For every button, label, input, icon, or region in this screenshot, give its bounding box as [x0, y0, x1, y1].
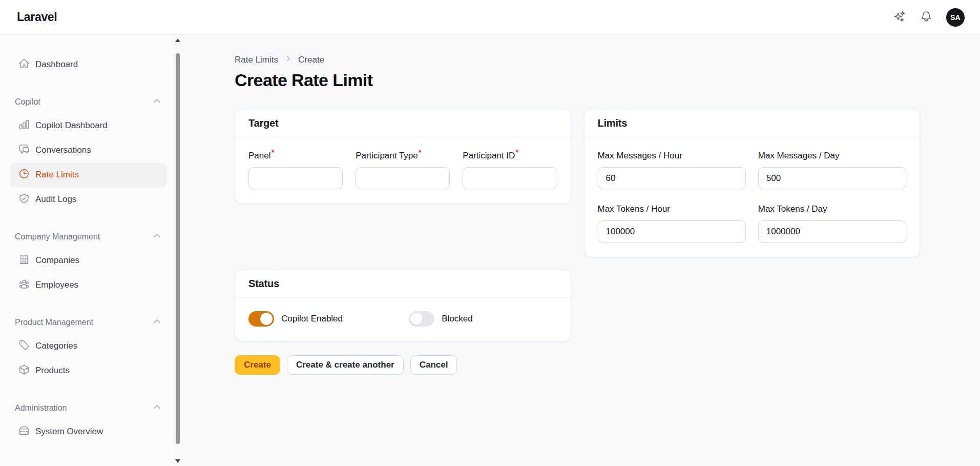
limits-card-header: Limits — [585, 110, 920, 137]
panel-label: Panel* — [248, 151, 343, 161]
sidebar-group-company-management: Company Management Companies Employees — [10, 231, 166, 297]
limits-card-title: Limits — [598, 117, 907, 129]
breadcrumb-create: Create — [298, 55, 324, 65]
chevron-right-icon — [284, 55, 292, 65]
sidebar-item-rate-limits[interactable]: Rate Limits — [10, 163, 166, 187]
max-tokens-hour-input[interactable] — [598, 220, 746, 242]
scrollbar-thumb[interactable] — [176, 53, 180, 444]
sidebar-item-label: Products — [35, 366, 70, 376]
copilot-enabled-label: Copilot Enabled — [281, 314, 343, 324]
limits-card: Limits Max Messages / Hour Max Messages … — [584, 109, 921, 257]
brand-logo[interactable]: Laravel — [17, 10, 57, 24]
app-shell: Dashboard Copilot Copilot Dashboard Conv… — [0, 35, 980, 466]
sidebar-group-copilot: Copilot Copilot Dashboard Conversations … — [10, 96, 166, 212]
sidebar-item-label: Categories — [35, 341, 77, 351]
required-marker: * — [515, 148, 518, 156]
cancel-button[interactable]: Cancel — [410, 355, 457, 375]
sidebar-item-categories[interactable]: Categories — [10, 334, 166, 358]
tag-icon — [18, 339, 30, 353]
max-tokens-hour-label: Max Tokens / Hour — [598, 204, 746, 214]
max-messages-hour-label: Max Messages / Hour — [598, 151, 746, 161]
sidebar-item-label: Companies — [35, 255, 79, 266]
chart-bar-icon — [18, 119, 30, 133]
server-stack-icon — [18, 425, 30, 439]
group-label-text: Company Management — [15, 232, 100, 241]
chat-bubbles-icon — [18, 144, 30, 157]
participant-type-label: Participant Type* — [356, 151, 450, 161]
participant-id-field: Participant ID* — [463, 151, 557, 189]
create-and-create-another-button[interactable]: Create & create another — [287, 355, 404, 375]
participant-type-input[interactable] — [356, 167, 450, 189]
scrollbar-down-arrow[interactable] — [175, 459, 180, 463]
sidebar-item-companies[interactable]: Companies — [10, 248, 166, 273]
form-grid: Target Panel* Participant Type* Particip… — [235, 109, 920, 341]
breadcrumb-rate-limits[interactable]: Rate Limits — [235, 55, 278, 65]
sidebar-item-label: Audit Logs — [35, 194, 76, 205]
page-title: Create Rate Limit — [235, 70, 920, 90]
sidebar-item-system-overview[interactable]: System Overview — [10, 419, 166, 444]
sidebar-group-toggle-company-management[interactable]: Company Management — [10, 231, 166, 242]
scrollbar-up-arrow[interactable] — [175, 38, 180, 42]
sidebar-item-copilot-dashboard[interactable]: Copilot Dashboard — [10, 113, 166, 138]
sidebar-item-label: Copilot Dashboard — [35, 120, 108, 131]
breadcrumb: Rate Limits Create — [235, 55, 920, 65]
blocked-label: Blocked — [442, 314, 472, 324]
sidebar-scrollbar[interactable] — [175, 35, 181, 466]
max-messages-day-input[interactable] — [758, 167, 906, 189]
group-label-text: Product Management — [15, 318, 93, 327]
participant-type-field: Participant Type* — [356, 151, 450, 189]
max-messages-day-field: Max Messages / Day — [758, 151, 906, 189]
sidebar-group-administration: Administration System Overview — [10, 402, 166, 444]
status-card-title: Status — [248, 278, 557, 290]
sidebar-item-label: Conversations — [35, 145, 91, 155]
blocked-toggle[interactable] — [409, 311, 434, 327]
shield-check-icon — [18, 193, 30, 207]
sidebar-item-conversations[interactable]: Conversations — [10, 138, 166, 163]
main-content: Rate Limits Create Create Rate Limit Tar… — [175, 35, 980, 466]
notifications-button[interactable] — [920, 11, 933, 24]
form-actions: Create Create & create another Cancel — [235, 355, 920, 375]
participant-id-input[interactable] — [463, 167, 557, 189]
max-messages-hour-input[interactable] — [598, 167, 746, 189]
sidebar-group-toggle-copilot[interactable]: Copilot — [10, 96, 166, 107]
sidebar-item-label: System Overview — [35, 427, 103, 437]
sidebar-item-dashboard[interactable]: Dashboard — [10, 52, 166, 77]
topbar-actions: SA — [893, 8, 965, 27]
max-messages-day-label: Max Messages / Day — [758, 151, 906, 161]
sidebar-item-audit-logs[interactable]: Audit Logs — [10, 187, 166, 212]
chevron-up-icon — [153, 231, 161, 242]
panel-input[interactable] — [248, 167, 343, 189]
sidebar: Dashboard Copilot Copilot Dashboard Conv… — [0, 35, 175, 466]
sidebar-item-label: Employees — [35, 280, 78, 290]
blocked-field: Blocked — [409, 311, 557, 327]
copilot-enabled-toggle[interactable] — [248, 311, 274, 327]
create-button[interactable]: Create — [235, 355, 280, 375]
toggle-knob — [410, 313, 423, 325]
required-marker: * — [419, 148, 422, 156]
building-icon — [18, 254, 30, 268]
sidebar-group-toggle-product-management[interactable]: Product Management — [10, 317, 166, 328]
target-card: Target Panel* Participant Type* Particip… — [235, 109, 571, 204]
user-avatar[interactable]: SA — [946, 8, 965, 27]
status-card: Status Copilot Enabled Blocked — [235, 270, 571, 341]
topbar: Laravel SA — [0, 0, 980, 35]
home-icon — [18, 58, 30, 72]
chevron-up-icon — [153, 96, 161, 107]
user-group-icon — [18, 278, 30, 292]
sparkles-button[interactable] — [893, 11, 906, 24]
sparkles-icon — [893, 10, 906, 24]
chevron-up-icon — [153, 402, 161, 413]
group-label-text: Copilot — [15, 97, 40, 107]
max-tokens-day-input[interactable] — [758, 220, 906, 242]
bell-icon — [920, 10, 932, 24]
sidebar-item-products[interactable]: Products — [10, 358, 166, 383]
sidebar-group-product-management: Product Management Categories Products — [10, 317, 166, 383]
sidebar-item-label: Dashboard — [35, 59, 78, 70]
panel-field: Panel* — [248, 151, 343, 189]
status-card-header: Status — [235, 270, 571, 298]
sidebar-item-employees[interactable]: Employees — [10, 273, 166, 297]
max-tokens-day-label: Max Tokens / Day — [758, 204, 906, 214]
sidebar-group-toggle-administration[interactable]: Administration — [10, 402, 166, 413]
max-messages-hour-field: Max Messages / Hour — [598, 151, 746, 189]
max-tokens-hour-field: Max Tokens / Hour — [598, 204, 746, 242]
